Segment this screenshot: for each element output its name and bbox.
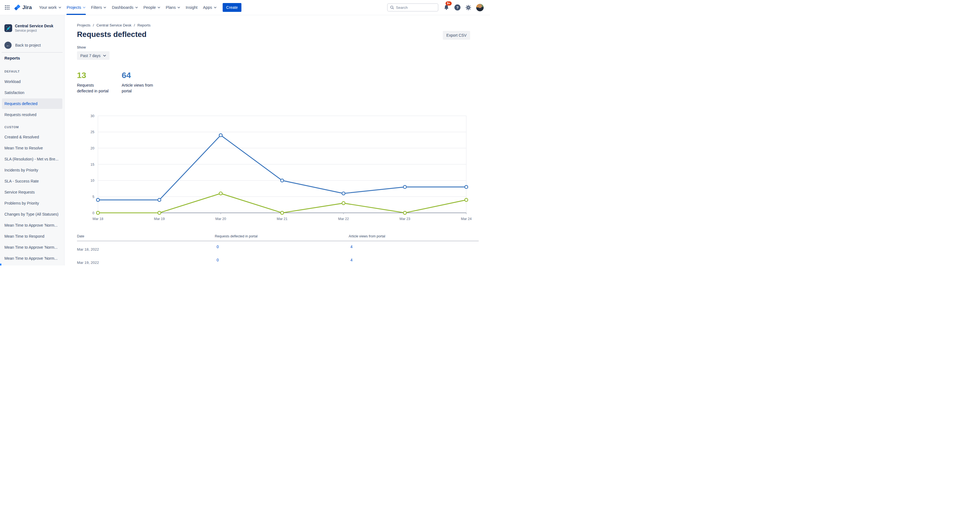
svg-text:25: 25 bbox=[91, 130, 94, 134]
chevron-down-icon bbox=[59, 6, 61, 8]
cell-date: Mar 19, 2022 bbox=[77, 260, 99, 265]
back-to-project-label: Back to project bbox=[15, 43, 41, 48]
nav-item-label: Filters bbox=[91, 5, 102, 10]
jira-logo-icon bbox=[14, 4, 21, 11]
svg-text:Mar 23: Mar 23 bbox=[399, 217, 410, 221]
sidebar-item-mean-time-to-approve-norm[interactable]: Mean Time to Approve 'Norm... bbox=[0, 220, 64, 231]
breadcrumb-project-name[interactable]: Central Service Desk bbox=[97, 23, 132, 27]
sidebar-item-changes-by-type-all-statuses[interactable]: Changes by Type (All Statuses) bbox=[0, 209, 64, 220]
jira-wordmark: Jira bbox=[22, 5, 32, 11]
chevron-down-icon bbox=[103, 55, 106, 57]
svg-text:Mar 21: Mar 21 bbox=[277, 217, 288, 221]
nav-item-apps[interactable]: Apps bbox=[200, 0, 220, 15]
user-avatar[interactable] bbox=[476, 4, 484, 11]
svg-text:10: 10 bbox=[91, 179, 94, 182]
svg-text:Mar 19: Mar 19 bbox=[154, 217, 165, 221]
jira-logo[interactable]: Jira bbox=[14, 4, 32, 11]
search-icon bbox=[390, 6, 394, 10]
nav-item-dashboards[interactable]: Dashboards bbox=[109, 0, 140, 15]
search-input-box[interactable] bbox=[387, 3, 438, 11]
top-navigation-bar: Jira Your workProjectsFiltersDashboardsP… bbox=[0, 0, 490, 15]
table-row: Mar 18, 202204 bbox=[77, 241, 479, 255]
cell-article-views-link[interactable]: 4 bbox=[350, 244, 353, 249]
table-header-row: Date Requests deflected in portal Articl… bbox=[77, 233, 479, 240]
project-header[interactable]: Central Service Desk Service project bbox=[5, 24, 62, 33]
sidebar-item-sla-resolution-met-vs-bre[interactable]: SLA (Resolution) - Met vs Bre... bbox=[0, 154, 64, 165]
nav-item-projects[interactable]: Projects bbox=[64, 0, 88, 15]
report-data-table: Date Requests deflected in portal Articl… bbox=[77, 233, 479, 265]
date-range-dropdown[interactable]: Past 7 days bbox=[77, 51, 110, 60]
notification-count-badge: 9+ bbox=[445, 2, 452, 6]
nav-item-your-work[interactable]: Your work bbox=[37, 0, 64, 15]
sidebar-reports-heading: Reports bbox=[5, 56, 20, 60]
show-filter-label: Show bbox=[77, 46, 86, 49]
help-button[interactable]: ? bbox=[454, 5, 460, 11]
stat-value-article-views: 64 bbox=[122, 71, 153, 80]
back-to-project-button[interactable]: ← Back to project bbox=[5, 42, 41, 49]
sidebar-item-workload[interactable]: Workload bbox=[0, 76, 64, 87]
cell-article-views-link[interactable]: 4 bbox=[350, 258, 353, 262]
sidebar-item-requests-deflected[interactable]: Requests deflected bbox=[2, 98, 62, 109]
sidebar-section-custom: CUSTOM bbox=[5, 125, 19, 129]
nav-item-label: Projects bbox=[67, 5, 81, 10]
nav-item-label: People bbox=[143, 5, 156, 10]
column-header-requests-deflected: Requests deflected in portal bbox=[215, 235, 258, 238]
svg-text:Mar 22: Mar 22 bbox=[338, 217, 349, 221]
cell-requests-deflected-link[interactable]: 0 bbox=[216, 258, 219, 262]
nav-item-label: Insight bbox=[186, 5, 197, 10]
chevron-down-icon bbox=[158, 6, 160, 8]
app-switcher-icon[interactable] bbox=[5, 5, 10, 10]
sidebar-item-mean-time-to-resolve[interactable]: Mean Time to Resolve bbox=[0, 143, 64, 154]
sidebar-item-requests-resolved[interactable]: Requests resolved bbox=[0, 109, 64, 120]
cell-date: Mar 18, 2022 bbox=[77, 247, 99, 252]
stat-value-deflected: 13 bbox=[77, 71, 108, 80]
settings-gear-icon[interactable] bbox=[465, 5, 471, 11]
date-range-value: Past 7 days bbox=[80, 54, 100, 58]
notifications-button[interactable]: 9+ bbox=[443, 4, 450, 11]
search-input[interactable] bbox=[396, 6, 435, 10]
project-name: Central Service Desk bbox=[15, 24, 53, 28]
create-button[interactable]: Create bbox=[223, 3, 242, 12]
svg-text:5: 5 bbox=[92, 195, 94, 199]
chevron-down-icon bbox=[214, 6, 216, 8]
breadcrumb-projects[interactable]: Projects bbox=[77, 23, 91, 27]
stat-requests-deflected: 13 Requests deflected in portal bbox=[77, 71, 108, 94]
nav-item-plans[interactable]: Plans bbox=[163, 0, 183, 15]
breadcrumb-separator: / bbox=[93, 23, 94, 27]
chevron-down-icon bbox=[103, 6, 106, 8]
svg-text:0: 0 bbox=[92, 211, 94, 215]
nav-item-insight[interactable]: Insight bbox=[183, 0, 200, 15]
sidebar-section-default: DEFAULT bbox=[5, 70, 20, 73]
nav-item-label: Plans bbox=[166, 5, 176, 10]
sidebar-item-mean-time-to-approve-norm[interactable]: Mean Time to Approve 'Norm... bbox=[0, 242, 64, 253]
export-csv-button[interactable]: Export CSV bbox=[443, 31, 470, 40]
svg-text:Mar 20: Mar 20 bbox=[215, 217, 226, 221]
page-title: Requests deflected bbox=[77, 30, 146, 39]
chevron-down-icon bbox=[135, 6, 138, 8]
nav-item-people[interactable]: People bbox=[141, 0, 163, 15]
main-content: Projects / Central Service Desk / Report… bbox=[65, 15, 490, 265]
sidebar-item-satisfaction[interactable]: Satisfaction bbox=[0, 87, 64, 98]
column-header-article-views: Article views from portal bbox=[349, 235, 385, 238]
sidebar-item-service-requests[interactable]: Service Requests bbox=[0, 187, 64, 198]
breadcrumb-reports[interactable]: Reports bbox=[137, 23, 150, 27]
breadcrumb: Projects / Central Service Desk / Report… bbox=[77, 23, 150, 27]
requests-deflected-line-chart: 051015202530Mar 18Mar 19Mar 20Mar 21Mar … bbox=[80, 113, 472, 224]
svg-text:15: 15 bbox=[91, 163, 94, 166]
sidebar-item-mean-time-to-respond[interactable]: Mean Time to Respond bbox=[0, 231, 64, 242]
sidebar-item-mean-time-to-approve-norm[interactable]: Mean Time to Approve 'Norm... bbox=[0, 253, 64, 264]
sidebar-item-problems-by-priority[interactable]: Problems by Priority bbox=[0, 198, 64, 209]
nav-item-filters[interactable]: Filters bbox=[88, 0, 109, 15]
cell-requests-deflected-link[interactable]: 0 bbox=[216, 244, 219, 249]
svg-text:Mar 18: Mar 18 bbox=[93, 217, 103, 221]
project-avatar-rocket-icon bbox=[5, 24, 12, 32]
sidebar-item-sla-success-rate[interactable]: SLA - Success Rate bbox=[0, 176, 64, 187]
chevron-down-icon bbox=[83, 6, 86, 8]
table-row: Mar 19, 202204 bbox=[77, 255, 479, 265]
nav-item-label: Your work bbox=[39, 5, 57, 10]
sidebar-item-created-resolved[interactable]: Created & Resolved bbox=[0, 132, 64, 143]
back-arrow-icon: ← bbox=[5, 42, 11, 49]
chevron-down-icon bbox=[177, 6, 180, 8]
svg-text:Mar 24: Mar 24 bbox=[461, 217, 472, 221]
sidebar-item-incidents-by-priority[interactable]: Incidents by Priority bbox=[0, 165, 64, 176]
